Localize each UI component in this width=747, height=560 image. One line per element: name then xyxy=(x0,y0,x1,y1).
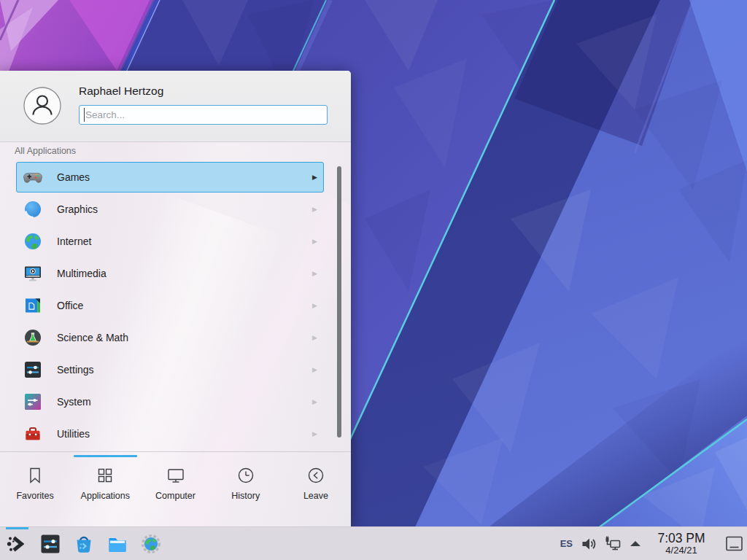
category-item-utilities[interactable]: Utilities xyxy=(16,419,324,449)
category-item-system[interactable]: System xyxy=(16,386,324,417)
tab-label: Leave xyxy=(303,491,328,501)
category-item-graphics[interactable]: Graphics xyxy=(16,194,324,225)
launcher-header: Raphael Hertzog xyxy=(0,71,351,142)
flask-icon xyxy=(23,328,42,347)
submenu-arrow-icon xyxy=(312,238,317,245)
category-label: Games xyxy=(57,171,90,183)
submenu-arrow-icon xyxy=(312,366,317,373)
text-caret xyxy=(84,108,85,122)
web-browser-launcher[interactable] xyxy=(140,533,162,555)
category-label: Internet xyxy=(57,236,91,247)
tab-label: Applications xyxy=(81,491,130,501)
tab-applications[interactable]: Applications xyxy=(70,452,140,526)
category-item-science-math[interactable]: Science & Math xyxy=(16,322,324,353)
gamepad-icon xyxy=(23,168,42,187)
category-item-office[interactable]: Office xyxy=(16,290,324,321)
digital-clock[interactable]: 7:03 PM 4/24/21 xyxy=(646,532,716,555)
desktop: Raphael Hertzog All Applications xyxy=(0,0,747,560)
category-label: Science & Math xyxy=(57,332,128,343)
keyboard-layout-indicator[interactable]: ES xyxy=(555,538,578,549)
user-name: Raphael Hertzog xyxy=(79,85,163,98)
system-sliders-icon xyxy=(23,392,42,411)
clock-date: 4/24/21 xyxy=(646,545,716,556)
submenu-arrow-icon xyxy=(312,302,317,309)
app-grid-icon xyxy=(95,465,115,486)
section-label: All Applications xyxy=(15,146,76,156)
tab-favorites[interactable]: Favorites xyxy=(0,452,70,526)
show-desktop-icon xyxy=(724,534,745,554)
history-clock-icon xyxy=(236,465,256,486)
leave-icon xyxy=(306,465,326,486)
discover-store-launcher[interactable] xyxy=(73,533,95,555)
toolbox-icon xyxy=(23,424,42,443)
tab-active-indicator xyxy=(4,455,67,457)
kde-kickoff-launcher[interactable] xyxy=(6,533,28,555)
category-item-internet[interactable]: Internet xyxy=(16,226,324,257)
search-field-wrap xyxy=(79,105,328,125)
scrollbar-thumb[interactable] xyxy=(337,166,341,438)
active-launcher-indicator xyxy=(6,527,28,529)
tab-leave[interactable]: Leave xyxy=(281,452,351,526)
tab-active-indicator xyxy=(214,455,277,457)
submenu-arrow-icon xyxy=(312,206,317,213)
tab-computer[interactable]: Computer xyxy=(140,452,210,526)
sphere-icon xyxy=(23,200,42,219)
submenu-arrow-icon xyxy=(312,334,317,341)
system-tray: ES 7:03 PM 4/24/21 xyxy=(555,527,747,560)
tab-label: History xyxy=(231,491,260,501)
tab-active-indicator xyxy=(74,455,137,457)
application-launcher-menu: Raphael Hertzog All Applications xyxy=(0,71,351,526)
network-icon[interactable] xyxy=(603,534,622,553)
office-document-icon xyxy=(23,296,42,315)
tab-label: Favorites xyxy=(16,491,53,501)
submenu-arrow-icon xyxy=(312,270,317,277)
category-label: Graphics xyxy=(57,203,98,215)
tab-active-indicator xyxy=(144,455,207,457)
computer-icon xyxy=(166,465,186,486)
submenu-arrow-icon xyxy=(312,430,317,438)
dolphin-file-manager-launcher[interactable] xyxy=(107,533,128,555)
category-label: Settings xyxy=(57,364,94,376)
submenu-arrow-icon xyxy=(312,174,317,181)
category-label: System xyxy=(57,396,91,408)
tab-active-indicator xyxy=(285,455,348,457)
taskbar-panel: ES 7:03 PM 4/24/21 xyxy=(0,526,747,560)
bookmark-icon xyxy=(25,465,45,486)
category-label: Multimedia xyxy=(57,268,107,279)
category-list: Games Graphics xyxy=(0,159,351,455)
show-desktop-button[interactable] xyxy=(722,527,747,560)
search-input[interactable] xyxy=(79,105,328,125)
globe-icon xyxy=(23,232,42,251)
category-label: Utilities xyxy=(57,428,90,440)
clock-time: 7:03 PM xyxy=(646,532,716,545)
sliders-icon xyxy=(23,360,42,379)
user-avatar[interactable] xyxy=(23,87,61,125)
category-label: Office xyxy=(57,300,83,311)
volume-icon[interactable] xyxy=(580,534,599,553)
monitor-play-icon xyxy=(23,264,42,283)
tab-history[interactable]: History xyxy=(211,452,281,526)
category-item-games[interactable]: Games xyxy=(16,162,324,192)
expand-tray-caret[interactable] xyxy=(630,541,640,546)
launcher-tab-bar: Favorites Applications Co xyxy=(0,451,351,526)
category-item-settings[interactable]: Settings xyxy=(16,354,324,385)
category-item-multimedia[interactable]: Multimedia xyxy=(16,258,324,289)
system-settings-launcher[interactable] xyxy=(39,533,61,555)
tab-label: Computer xyxy=(155,491,196,501)
submenu-arrow-icon xyxy=(312,398,317,405)
